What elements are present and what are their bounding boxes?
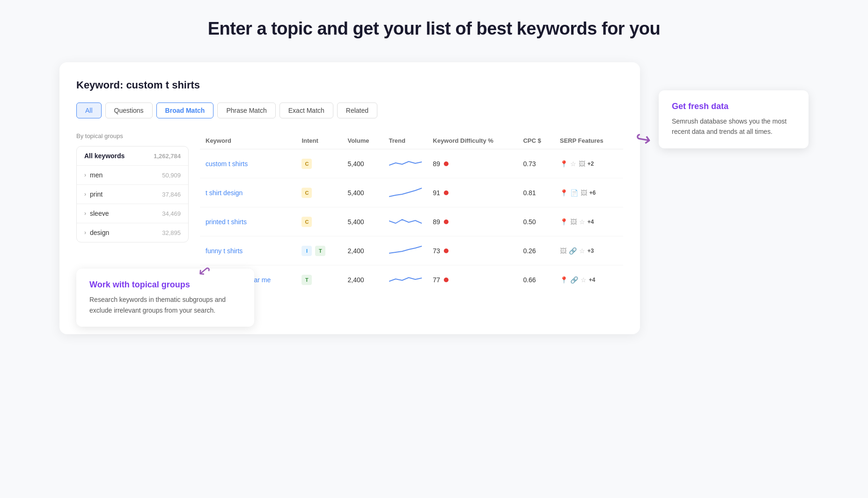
col-trend: Trend xyxy=(383,132,427,149)
col-serp: SERP Features xyxy=(554,132,623,149)
topical-design-name: design xyxy=(90,229,109,236)
kw-link-1[interactable]: custom t shirts xyxy=(206,160,248,168)
tab-all[interactable]: All xyxy=(76,103,102,118)
cpc-5: 0.66 xyxy=(517,265,554,294)
serp-plus-5: +4 xyxy=(589,277,596,283)
cpc-1: 0.73 xyxy=(517,149,554,178)
trend-5 xyxy=(383,265,427,294)
serp-5: 📍 🔗 ☆ +4 xyxy=(560,276,618,284)
col-cpc: CPC $ xyxy=(517,132,554,149)
kw-link-2[interactable]: t shirt design xyxy=(206,189,243,197)
volume-1: 5,400 xyxy=(342,149,383,178)
keyword-label: Keyword: xyxy=(76,79,123,91)
table-row: t shirt printing near me T 2,400 xyxy=(200,265,623,294)
main-card: Keyword: custom t shirts All Questions B… xyxy=(59,62,640,334)
keyword-value: custom t shirts xyxy=(126,79,200,91)
volume-3: 5,400 xyxy=(342,207,383,236)
star-icon: ☆ xyxy=(579,247,585,255)
col-intent: Intent xyxy=(296,132,342,149)
intent-badge-c: C xyxy=(302,188,312,198)
col-keyword: Keyword xyxy=(200,132,296,149)
topical-sleeve-count: 34,469 xyxy=(162,210,181,217)
topical-men-name: men xyxy=(90,171,103,179)
intent-badge-i: I xyxy=(302,246,312,256)
serp-plus-1: +2 xyxy=(588,161,594,167)
topical-sleeve-name: sleeve xyxy=(90,210,109,217)
topical-card: All keywords 1,262,784 › men 50,909 xyxy=(76,146,189,242)
table-row: custom t shirts C 5,400 xyxy=(200,149,623,178)
kw-link-4[interactable]: funny t shirts xyxy=(206,247,243,255)
chevron-icon: › xyxy=(84,191,86,198)
star-icon: ☆ xyxy=(581,276,587,284)
arrow-left-icon: ↩ xyxy=(633,126,653,150)
diff-1: 89 xyxy=(433,160,512,168)
topical-section-label: By topical groups xyxy=(76,132,189,139)
diff-5: 77 xyxy=(433,276,512,284)
diff-2: 91 xyxy=(433,189,512,197)
tabs-row: All Questions Broad Match Phrase Match E… xyxy=(76,103,623,118)
chevron-icon: › xyxy=(84,172,86,178)
trend-3 xyxy=(383,207,427,236)
image-icon: 🖼 xyxy=(579,160,585,168)
chevron-icon: › xyxy=(84,229,86,236)
trend-4 xyxy=(383,236,427,265)
image-icon: 🖼 xyxy=(560,247,566,255)
topical-all-count: 1,262,784 xyxy=(154,153,181,160)
serp-1: 📍 ☆ 🖼 +2 xyxy=(560,160,618,168)
table-row: printed t shirts C 5,400 xyxy=(200,207,623,236)
topical-row-men[interactable]: › men 50,909 xyxy=(77,166,188,185)
topical-row-sleeve[interactable]: › sleeve 34,469 xyxy=(77,204,188,223)
cpc-2: 0.81 xyxy=(517,178,554,207)
volume-5: 2,400 xyxy=(342,265,383,294)
doc-icon: 📄 xyxy=(570,189,578,197)
serp-4: 🖼 🔗 ☆ +3 xyxy=(560,247,618,255)
serp-3: 📍 🖼 ☆ +4 xyxy=(560,218,618,226)
image-icon: 🖼 xyxy=(581,189,587,197)
tab-questions[interactable]: Questions xyxy=(105,103,153,118)
tab-exact-match[interactable]: Exact Match xyxy=(280,103,333,118)
tab-phrase-match[interactable]: Phrase Match xyxy=(217,103,275,118)
topical-row-design[interactable]: › design 32,895 xyxy=(77,223,188,242)
trend-1 xyxy=(383,149,427,178)
topical-design-count: 32,895 xyxy=(162,229,181,236)
location-icon: 📍 xyxy=(560,276,568,284)
location-icon: 📍 xyxy=(560,218,568,226)
image-icon: 🖼 xyxy=(570,218,577,226)
keyword-table: Keyword Intent Volume Trend Keyword Diff… xyxy=(200,132,623,294)
chevron-icon: › xyxy=(84,210,86,217)
bottom-tooltip: Work with topical groups Research keywor… xyxy=(76,269,254,327)
intent-badge-t: T xyxy=(315,246,325,256)
trend-2 xyxy=(383,178,427,207)
serp-plus-2: +6 xyxy=(589,190,596,196)
tooltip-right-title: Get fresh data xyxy=(672,102,795,111)
serp-plus-4: +3 xyxy=(588,248,594,254)
location-icon: 📍 xyxy=(560,160,568,168)
intent-badge-c: C xyxy=(302,217,312,227)
topical-row-print[interactable]: › print 37,846 xyxy=(77,185,188,204)
kw-link-3[interactable]: printed t shirts xyxy=(206,218,247,226)
star-icon: ☆ xyxy=(570,160,576,168)
star-icon: ☆ xyxy=(579,218,585,226)
cpc-4: 0.26 xyxy=(517,236,554,265)
diff-4: 73 xyxy=(433,247,512,255)
link-icon: 🔗 xyxy=(570,276,578,284)
page-title: Enter a topic and get your list of best … xyxy=(208,19,661,39)
intent-badge-c: C xyxy=(302,159,312,169)
topical-print-name: print xyxy=(90,190,103,198)
right-tooltip: Get fresh data Semrush database shows yo… xyxy=(659,90,809,148)
cpc-3: 0.50 xyxy=(517,207,554,236)
location-icon: 📍 xyxy=(560,189,568,197)
bottom-tooltip-text: Research keywords in thematic subgroups … xyxy=(89,294,241,315)
topical-all-label: All keywords xyxy=(84,152,125,160)
table-row: funny t shirts I T 2,400 xyxy=(200,236,623,265)
tab-broad-match[interactable]: Broad Match xyxy=(156,103,214,118)
serp-plus-3: +4 xyxy=(588,219,594,225)
bottom-tooltip-title: Work with topical groups xyxy=(89,280,241,290)
volume-4: 2,400 xyxy=(342,236,383,265)
keyword-table-wrap: Keyword Intent Volume Trend Keyword Diff… xyxy=(200,132,623,294)
topical-row-all[interactable]: All keywords 1,262,784 xyxy=(77,146,188,166)
tab-related[interactable]: Related xyxy=(337,103,377,118)
col-volume: Volume xyxy=(342,132,383,149)
tooltip-right-text: Semrush database shows you the most rece… xyxy=(672,116,795,137)
topical-men-count: 50,909 xyxy=(162,172,181,179)
